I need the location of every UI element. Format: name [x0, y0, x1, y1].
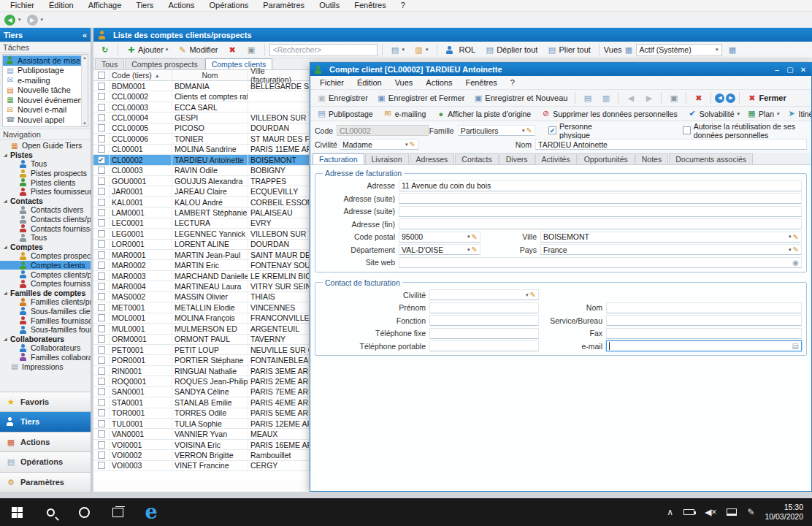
sidebar-tree-item[interactable]: Contacts — [0, 197, 91, 206]
sidebar-tree-item[interactable]: Sous-familles fourniss... — [0, 325, 91, 335]
table-row[interactable]: TUL0001 TULIA Sophie PARIS 12EME ARRONDI… — [93, 419, 310, 429]
table-row[interactable]: MAS0002 MASSIN Olivier THIAIS — [93, 292, 310, 302]
delete-button[interactable]: ✖ — [224, 44, 241, 56]
expand-all-button[interactable]: ▤Déplier tout — [481, 44, 541, 56]
row-checkbox[interactable] — [98, 272, 105, 280]
sidebar-tree-item[interactable]: Pistes — [0, 150, 91, 160]
undo-button[interactable]: ◀ — [622, 92, 639, 104]
row-checkbox[interactable] — [98, 346, 105, 354]
sidebar-tree-item[interactable]: Collaborateurs — [0, 343, 91, 353]
table-row[interactable]: MET0001 METALLIN Elodie VINCENNES — [93, 302, 310, 313]
edge-button[interactable]: e — [134, 498, 168, 526]
sidebar-tree-item[interactable]: Comptes prospects — [0, 251, 91, 261]
collapse-all-button[interactable]: ▤Plier tout — [543, 44, 594, 56]
sidebar-tree-item[interactable]: Contacts divers — [0, 205, 91, 215]
copy-button[interactable]: ▣ — [665, 92, 682, 104]
row-checkbox[interactable] — [98, 357, 105, 364]
menu-item[interactable]: Édition — [42, 0, 81, 11]
sidebar-tree-item[interactable]: ▤ Impressions — [0, 362, 91, 371]
save-new-button[interactable]: ▣Enregistrer et Nouveau — [470, 92, 571, 104]
row-checkbox[interactable] — [98, 219, 105, 226]
row-checkbox[interactable] — [98, 104, 105, 111]
dialog-tab[interactable]: Opportunités — [578, 153, 635, 164]
dialog-tab[interactable]: Activités — [535, 153, 577, 164]
print-button[interactable]: ▤▾ — [387, 44, 409, 56]
table-row[interactable]: PET0001 PETIT LOUP NEUVILLE SUR OISE — [93, 345, 310, 355]
sidebar-tree-item[interactable]: Comptes — [0, 243, 91, 252]
pays-select[interactable]: France▾✎ — [540, 244, 802, 255]
sidebar-tree-item[interactable]: Tous — [0, 233, 91, 243]
menu-item[interactable]: Affichage — [81, 0, 129, 11]
preview-button[interactable]: ▥ — [597, 92, 614, 104]
sidebar-tree-item[interactable]: Pistes clients — [0, 178, 91, 187]
telephone-portable-field[interactable] — [429, 340, 539, 351]
network-icon[interactable] — [727, 508, 737, 516]
task-item[interactable]: ✉ Nouvel e-mail — [3, 105, 81, 115]
table-row[interactable]: LAM0001 LAMBERT Stéphanie PALAISEAU — [93, 207, 310, 218]
table-row[interactable]: VOI0002 VERRON Brigitte Rambouillet — [93, 450, 310, 460]
next-record-icon[interactable]: ▶ — [726, 94, 735, 103]
row-checkbox[interactable] — [98, 145, 105, 153]
view-select[interactable]: Actif (Système)▾ — [636, 44, 722, 56]
table-row[interactable]: ORM0001 ORMONT PAUL TAVERNY — [93, 335, 310, 345]
table-row[interactable]: MOL0001 MOLINA François FRANCONVILLE LA … — [93, 313, 310, 324]
taskbar-clock[interactable]: 15:30 10/03/2020 — [765, 503, 803, 522]
sidebar-nav-button[interactable]: Tiers — [0, 411, 91, 432]
telephone-fixe-field[interactable] — [429, 328, 539, 339]
row-checkbox[interactable] — [98, 325, 105, 332]
list-tab[interactable]: Comptes prospects — [125, 58, 204, 69]
row-checkbox[interactable] — [98, 378, 105, 385]
row-checkbox[interactable] — [98, 283, 105, 290]
code-postal-select[interactable]: 95000▾✎ — [399, 232, 480, 243]
row-checkbox[interactable] — [98, 262, 105, 269]
search-button[interactable] — [34, 498, 67, 526]
table-row[interactable]: SAN0001 SANDYA Céline PARIS 7EME ARRONDI… — [93, 387, 310, 397]
table-row[interactable]: MAR0004 MARTINEAU Laura VITRY SUR SEINE — [93, 281, 310, 291]
copy-button[interactable]: ▣ — [243, 44, 260, 56]
sidebar-tree-item[interactable]: Comptes clients — [0, 261, 91, 270]
table-row[interactable]: MAR0003 MARCHAND Danielle LE KREMLIN BIC… — [93, 271, 310, 281]
row-checkbox[interactable] — [98, 135, 105, 142]
table-row[interactable]: POR0001 PORTIER Stéphane FONTAINEBLEAU — [93, 355, 310, 365]
save-close-button[interactable]: ▣Enregistrer et Fermer — [373, 92, 469, 104]
dialog-menu-item[interactable]: Fenêtres — [459, 78, 503, 87]
sidebar-nav-button[interactable]: ▦ Actions — [0, 432, 91, 452]
menu-item[interactable]: Fichier — [3, 0, 42, 11]
open-button[interactable]: ▥▾ — [410, 44, 432, 56]
cortana-button[interactable] — [67, 498, 101, 526]
row-checkbox[interactable] — [98, 156, 105, 164]
dialog-tab[interactable]: Contacts — [455, 153, 498, 164]
sidebar-tree-item[interactable]: Tous — [0, 159, 91, 169]
dialog-menu-item[interactable]: ? — [504, 78, 521, 87]
fax-field[interactable] — [606, 328, 802, 339]
sidebar-tree-item[interactable]: Familles de comptes — [0, 289, 91, 298]
table-row[interactable]: LEG0001 LEGENNEC Yannick VILLEBON SUR YV… — [93, 229, 310, 239]
edit-contact-civilite-icon[interactable]: ✎ — [530, 291, 536, 299]
task-item[interactable]: ☎ Nouvel appel — [3, 115, 81, 125]
edit-cp-icon[interactable]: ✎ — [472, 233, 478, 241]
save-button[interactable]: ▣Enregistrer — [313, 92, 372, 104]
adresse-field[interactable]: 11 Avenue du coin du bois — [399, 180, 802, 191]
table-row[interactable]: MAR0001 MARTIN Jean-Paul SAINT MAUR DES … — [93, 250, 310, 260]
row-checkbox[interactable] — [98, 167, 105, 174]
row-checkbox[interactable] — [98, 399, 105, 406]
row-checkbox[interactable] — [98, 293, 105, 300]
email-field[interactable]: ▤ — [606, 340, 802, 351]
task-item[interactable]: Assistant de mise à jo... — [3, 56, 81, 66]
edit-civilite-icon[interactable]: ✎ — [410, 140, 415, 148]
row-checkbox[interactable] — [98, 199, 105, 206]
forward-caret-icon[interactable]: ▾ — [41, 17, 44, 23]
edit-pays-icon[interactable]: ✎ — [793, 245, 799, 254]
table-row[interactable]: CL00001 MOLINA Sandrine PARIS 11EME ARRO… — [93, 145, 310, 155]
add-button[interactable]: ✚Ajouter▾ — [123, 44, 172, 56]
row-checkbox[interactable] — [98, 314, 105, 321]
select-all-checkbox[interactable] — [98, 72, 105, 79]
fermer-button[interactable]: ✖Fermer — [743, 92, 789, 104]
table-row[interactable]: JAR0001 JAREAU Claire ECQUEVILLY — [93, 186, 310, 197]
row-checkbox[interactable] — [98, 114, 105, 121]
sidebar-tree-item[interactable]: Sous-familles clients/p... — [0, 307, 91, 316]
row-checkbox[interactable] — [98, 388, 105, 395]
edit-famille-icon[interactable]: ✎ — [526, 126, 532, 134]
table-row[interactable]: ROQ0001 ROQUES Jean-Philippe PARIS 2EME … — [93, 376, 310, 386]
sidebar-tree-item[interactable]: ▦ Open Guide Tiers — [0, 141, 91, 150]
